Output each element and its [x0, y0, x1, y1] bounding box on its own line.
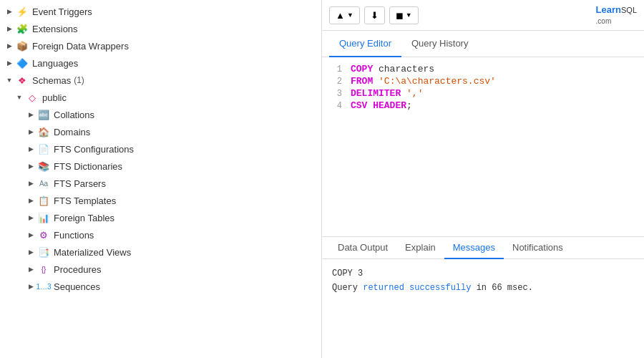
sidebar-item-public[interactable]: ▼◇public [0, 89, 321, 106]
tab-query-editor[interactable]: Query Editor [329, 31, 401, 57]
token-kw: COPY [351, 64, 373, 74]
sidebar-item-fts-templates[interactable]: ▶📋FTS Templates [0, 192, 321, 209]
sidebar-item-schemas[interactable]: ▼❖Schemas(1) [0, 72, 321, 89]
collations-label: Collations [54, 110, 94, 120]
public-icon: ◇ [26, 91, 39, 104]
code-line-1: 1COPY characters [322, 63, 644, 75]
chevron-right-icon: ▶ [26, 127, 36, 137]
token-kw: CSV [351, 100, 367, 111]
chevron-down-icon2: ▼ [406, 11, 412, 19]
bottom-tab-data-output[interactable]: Data Output [329, 237, 396, 259]
sidebar-item-materialized-views[interactable]: ▶📑Materialized Views [0, 243, 321, 261]
line-number-3: 3 [322, 89, 351, 99]
bottom-tabs: Data OutputExplainMessagesNotifications [322, 237, 644, 259]
chevron-right-icon: ▶ [26, 230, 36, 240]
token-kw: HEADER [373, 100, 406, 111]
collations-icon: 🔤 [37, 108, 50, 121]
download-icon: ⬇ [371, 10, 379, 21]
sidebar-item-collations[interactable]: ▶🔤Collations [0, 106, 321, 123]
domains-label: Domains [54, 127, 90, 137]
procedures-label: Procedures [54, 264, 101, 275]
sidebar-item-fts-configs[interactable]: ▶📄FTS Configurations [0, 140, 321, 158]
sidebar-item-foreign-tables[interactable]: ▶📊Foreign Tables [0, 209, 321, 226]
code-content-4[interactable]: CSV HEADER; [351, 100, 412, 111]
sidebar-item-fts-dicts[interactable]: ▶📚FTS Dictionaries [0, 158, 321, 175]
public-label: public [42, 92, 67, 103]
materialized-views-label: Materialized Views [54, 247, 131, 258]
editor-tabs: Query EditorQuery History [322, 31, 644, 57]
sidebar-item-languages[interactable]: ▶🔷Languages [0, 54, 321, 72]
chevron-down-icon: ▼ [14, 92, 24, 102]
sequences-label: Sequences [54, 281, 100, 292]
stop-button[interactable]: ◼ ▼ [389, 6, 419, 24]
message-msg2: Query returned successfully in 66 msec. [332, 281, 634, 295]
token-text: ; [406, 100, 412, 111]
sidebar-item-event-triggers[interactable]: ▶⚡Event Triggers [0, 3, 321, 20]
chevron-down-icon: ▼ [347, 11, 353, 19]
chevron-right-icon: ▶ [26, 110, 36, 120]
extensions-label: Extensions [32, 24, 78, 34]
fts-dicts-icon: 📚 [37, 160, 50, 173]
procedures-icon: {} [37, 263, 50, 276]
functions-icon: ⚙ [37, 228, 50, 241]
chevron-right-icon: ▶ [26, 264, 36, 274]
toolbar: ▲ ▼ ⬇ ◼ ▼ LearnSQL.com [322, 0, 644, 31]
event-triggers-icon: ⚡ [16, 5, 29, 18]
bottom-tab-notifications[interactable]: Notifications [504, 237, 572, 259]
sidebar-item-fts-parsers[interactable]: ▶AaFTS Parsers [0, 175, 321, 192]
materialized-views-icon: 📑 [37, 246, 50, 258]
event-triggers-label: Event Triggers [32, 6, 92, 17]
token-text [401, 88, 406, 99]
chevron-right-icon: ▶ [4, 41, 14, 51]
schemas-label: Schemas [32, 75, 71, 86]
chevron-right-icon: ▶ [26, 144, 36, 154]
sidebar-item-foreign-data-wrappers[interactable]: ▶📦Foreign Data Wrappers [0, 37, 321, 54]
fts-parsers-icon: Aa [37, 177, 50, 190]
bottom-tab-explain[interactable]: Explain [396, 237, 444, 259]
bottom-tab-messages[interactable]: Messages [444, 237, 504, 259]
languages-icon: 🔷 [16, 57, 29, 69]
code-line-4: 4CSV HEADER; [322, 100, 644, 112]
code-content-1[interactable]: COPY characters [351, 64, 434, 74]
extensions-icon: 🧩 [16, 22, 29, 35]
chevron-right-icon: ▶ [26, 161, 36, 171]
chevron-right-icon: ▶ [4, 6, 14, 16]
chevron-right-icon: ▶ [26, 178, 36, 188]
sidebar-item-functions[interactable]: ▶⚙Functions [0, 226, 321, 243]
schemas-icon: ❖ [16, 74, 29, 87]
token-kw: DELIMITER [351, 88, 401, 99]
token-str: 'C:\a\characters.csv' [379, 76, 496, 87]
code-line-3: 3DELIMITER ',' [322, 87, 644, 100]
token-kw: FROM [351, 76, 373, 87]
download-button[interactable]: ⬇ [364, 6, 385, 24]
sidebar-item-extensions[interactable]: ▶🧩Extensions [0, 20, 321, 37]
chevron-down-icon: ▼ [4, 75, 14, 85]
sidebar-item-procedures[interactable]: ▶{}Procedures [0, 261, 321, 278]
message-msg1: COPY 3 [332, 266, 634, 281]
chevron-right-icon: ▶ [26, 195, 36, 205]
chevron-right-icon: ▶ [4, 58, 14, 68]
sidebar-item-sequences[interactable]: ▶1…3Sequences [0, 278, 321, 295]
bottom-panel: Data OutputExplainMessagesNotifications … [322, 236, 644, 358]
foreign-tables-label: Foreign Tables [54, 213, 114, 223]
execute-button[interactable]: ▲ ▼ [329, 6, 360, 24]
functions-label: Functions [54, 230, 94, 241]
fts-dicts-label: FTS Dictionaries [54, 161, 122, 172]
foreign-data-wrappers-icon: 📦 [16, 39, 29, 52]
chevron-right-icon: ▶ [26, 213, 36, 223]
code-content-3[interactable]: DELIMITER ',' [351, 88, 423, 99]
code-content-2[interactable]: FROM 'C:\a\characters.csv' [351, 76, 496, 87]
chevron-right-icon: ▶ [26, 281, 36, 291]
chevron-right-icon: ▶ [4, 24, 14, 34]
tab-query-history[interactable]: Query History [401, 31, 478, 57]
token-text [373, 76, 379, 87]
fts-templates-label: FTS Templates [54, 195, 116, 206]
code-editor[interactable]: 1COPY characters2FROM 'C:\a\characters.c… [322, 57, 644, 236]
line-number-4: 4 [322, 101, 351, 111]
stop-icon: ◼ [396, 10, 404, 21]
domains-icon: 🏠 [37, 125, 50, 138]
fts-templates-icon: 📋 [37, 194, 50, 207]
sidebar-item-domains[interactable]: ▶🏠Domains [0, 123, 321, 140]
code-line-2: 2FROM 'C:\a\characters.csv' [322, 75, 644, 87]
fts-configs-label: FTS Configurations [54, 144, 134, 155]
